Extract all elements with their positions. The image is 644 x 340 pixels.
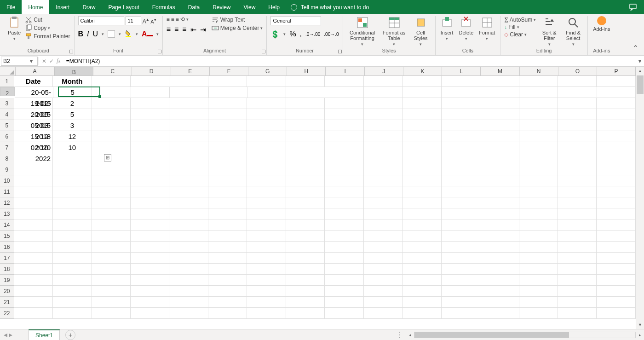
cell-B2[interactable]: 5 <box>53 87 92 98</box>
font-name-select[interactable] <box>78 16 124 25</box>
cell-I15[interactable] <box>325 231 363 242</box>
row-header-11[interactable]: 11 <box>0 186 14 197</box>
cell-N6[interactable] <box>519 131 558 142</box>
cell-B8[interactable] <box>53 153 92 164</box>
increase-font-icon[interactable]: A▴ <box>143 17 150 25</box>
cell-P13[interactable] <box>597 208 635 219</box>
cell-N17[interactable] <box>519 253 558 264</box>
cell-M18[interactable] <box>480 264 519 275</box>
cell-H13[interactable] <box>286 208 325 219</box>
cell-O22[interactable] <box>558 308 597 319</box>
cell-A10[interactable] <box>14 175 53 186</box>
cell-C2[interactable] <box>92 87 131 98</box>
cell-G20[interactable] <box>247 286 286 297</box>
cell-L12[interactable] <box>442 197 480 208</box>
cell-L14[interactable] <box>442 219 480 231</box>
cell-K13[interactable] <box>402 208 441 219</box>
tab-view[interactable]: View <box>237 0 262 14</box>
cell-O18[interactable] <box>558 264 597 275</box>
select-all-corner[interactable] <box>0 67 16 76</box>
align-middle-icon[interactable]: ≡ <box>171 16 174 23</box>
cell-P5[interactable] <box>597 120 635 131</box>
cell-P15[interactable] <box>597 231 635 242</box>
cell-E2[interactable] <box>170 87 208 98</box>
cell-F3[interactable] <box>208 98 247 109</box>
font-size-select[interactable] <box>126 16 141 25</box>
cell-F16[interactable] <box>208 242 247 253</box>
cell-D7[interactable] <box>131 142 169 153</box>
orientation-icon[interactable]: ⟲ <box>180 16 185 23</box>
cell-O16[interactable] <box>558 242 597 253</box>
increase-decimal-icon[interactable]: .0→.00 <box>305 32 320 37</box>
cell-B15[interactable] <box>53 231 92 242</box>
tab-file[interactable]: File <box>0 0 22 14</box>
row-header-14[interactable]: 14 <box>0 219 14 231</box>
addins-button[interactable]: Add-ins <box>592 16 611 32</box>
cell-B6[interactable]: 12 <box>53 131 92 142</box>
cell-A9[interactable] <box>14 164 53 175</box>
cell-H8[interactable] <box>286 153 325 164</box>
cell-H14[interactable] <box>286 219 325 231</box>
cell-E12[interactable] <box>169 197 208 208</box>
cell-C10[interactable] <box>92 175 131 186</box>
cell-J9[interactable] <box>364 164 402 175</box>
cell-O17[interactable] <box>558 253 597 264</box>
sheet-tab-sheet1[interactable]: Sheet1 <box>29 329 60 340</box>
cell-G14[interactable] <box>247 219 286 231</box>
cell-A6[interactable]: 15-12-2020 <box>14 131 53 142</box>
cell-N20[interactable] <box>519 286 558 297</box>
cell-L21[interactable] <box>442 297 480 308</box>
cell-E15[interactable] <box>169 231 208 242</box>
column-header-F[interactable]: F <box>210 67 248 75</box>
cell-A13[interactable] <box>14 208 53 219</box>
cell-N5[interactable] <box>519 120 558 131</box>
cell-N21[interactable] <box>519 297 558 308</box>
tab-insert[interactable]: Insert <box>49 0 76 14</box>
cell-P6[interactable] <box>597 131 635 142</box>
tab-review[interactable]: Review <box>206 0 237 14</box>
cell-P21[interactable] <box>597 297 635 308</box>
cell-P19[interactable] <box>597 275 635 286</box>
cell-K15[interactable] <box>402 231 441 242</box>
cell-F7[interactable] <box>208 142 247 153</box>
cell-C12[interactable] <box>92 197 131 208</box>
cell-O5[interactable] <box>558 120 597 131</box>
autofill-options-icon[interactable]: ⊞ <box>104 154 111 161</box>
cell-F13[interactable] <box>208 208 247 219</box>
cell-I5[interactable] <box>325 120 363 131</box>
column-header-L[interactable]: L <box>442 67 481 75</box>
column-header-B[interactable]: B <box>54 67 93 76</box>
cell-E8[interactable] <box>169 153 208 164</box>
insert-function-icon[interactable]: fx <box>57 58 61 64</box>
cell-N1[interactable] <box>519 76 558 87</box>
cell-O1[interactable] <box>558 76 597 87</box>
cell-B13[interactable] <box>53 208 92 219</box>
tab-help[interactable]: Help <box>262 0 286 14</box>
row-header-19[interactable]: 19 <box>0 275 14 286</box>
cell-I3[interactable] <box>325 98 363 109</box>
row-header-20[interactable]: 20 <box>0 286 14 297</box>
number-format-select[interactable] <box>270 16 321 25</box>
cell-A16[interactable] <box>14 242 53 253</box>
cell-K22[interactable] <box>402 308 441 319</box>
cell-L19[interactable] <box>442 275 480 286</box>
cell-F19[interactable] <box>208 275 247 286</box>
cell-J17[interactable] <box>364 253 402 264</box>
cell-F4[interactable] <box>208 109 247 120</box>
cell-M16[interactable] <box>480 242 519 253</box>
cell-E1[interactable] <box>169 76 208 87</box>
collapse-ribbon-icon[interactable]: ⌃ <box>630 41 641 55</box>
cell-E9[interactable] <box>169 164 208 175</box>
cell-M5[interactable] <box>480 120 519 131</box>
cell-A3[interactable]: 19-02-2015 <box>14 98 53 109</box>
tab-data[interactable]: Data <box>182 0 206 14</box>
cell-L2[interactable] <box>442 87 480 98</box>
dialog-launcher-icon[interactable] <box>338 50 342 53</box>
cell-J14[interactable] <box>364 219 402 231</box>
fill-button[interactable]: ↓ Fill▾ <box>504 24 536 30</box>
cell-B19[interactable] <box>53 275 92 286</box>
cell-C18[interactable] <box>92 264 131 275</box>
row-header-1[interactable]: 1 <box>0 76 14 87</box>
cell-L10[interactable] <box>442 175 480 186</box>
cell-B22[interactable] <box>53 308 92 319</box>
